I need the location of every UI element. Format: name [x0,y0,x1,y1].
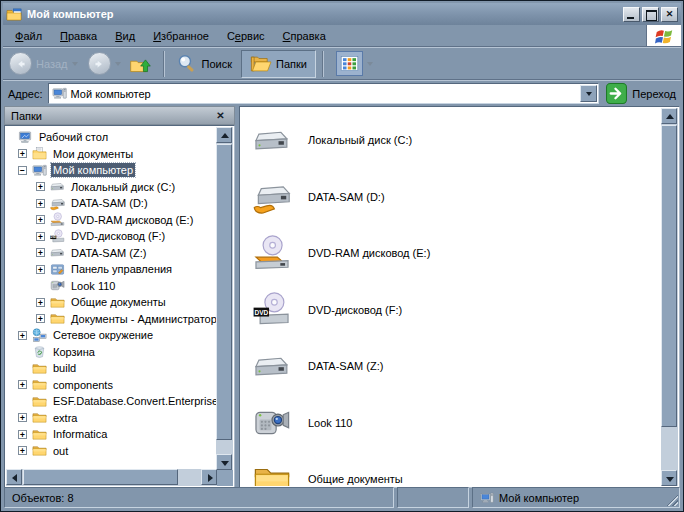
file-item[interactable]: DATA-SAM (Z:) [241,338,662,395]
content-vertical-scrollbar[interactable] [661,108,678,486]
forward-button[interactable] [88,52,111,75]
expand-toggle-icon[interactable]: + [18,413,27,422]
status-empty-section [397,487,469,508]
expand-toggle-icon[interactable]: + [36,199,45,208]
forward-dropdown-caret[interactable] [115,62,121,69]
tree-item-label: DATA-SAM (Z:) [69,246,148,260]
folders-pane-close-icon[interactable]: ✕ [213,108,228,123]
scroll-up-button[interactable] [661,108,677,124]
back-button[interactable] [9,52,32,75]
tree-horizontal-scrollbar[interactable] [6,469,217,486]
tree-item[interactable]: +Мои документы [6,146,217,163]
file-item[interactable]: Локальный диск (C:) [241,112,662,169]
close-button[interactable] [661,7,678,22]
tree-item[interactable]: build [6,360,217,377]
tree-item[interactable]: +Документы - Администратор [6,311,217,328]
file-item[interactable]: Look 110 [241,395,662,452]
file-item[interactable]: DVD-дисковод (F:) [241,282,662,339]
scrollbar-thumb[interactable] [661,125,677,427]
toolbar: Назад Поиск Папки [3,47,681,80]
network-icon [32,328,47,343]
maximize-button[interactable] [642,7,659,22]
expand-toggle-icon[interactable]: + [36,182,45,191]
menu-favorites[interactable]: Избранное [144,27,218,45]
tree-item-label: build [51,361,78,375]
title-bar[interactable]: Мой компьютер [3,3,681,25]
expand-toggle-icon[interactable]: + [36,248,45,257]
up-button[interactable] [125,51,157,77]
tree-item-label: Документы - Администратор [69,312,217,326]
tree-item[interactable]: Look 110 [6,278,217,295]
scrollbar-thumb[interactable] [216,144,232,440]
tree-item[interactable]: Рабочий стол [6,129,217,146]
folder-open-icon [250,53,272,75]
tree-item[interactable]: +Informatica [6,426,217,443]
folder-icon [32,427,47,442]
menu-file[interactable]: Файл [6,27,51,45]
tree-item[interactable]: Корзина [6,344,217,361]
address-combobox[interactable]: Мой компьютер [48,83,600,104]
folders-pane-header: Папки ✕ [4,106,235,125]
expand-toggle-icon[interactable]: + [18,149,27,158]
tree-item[interactable]: +Сетевое окружение [6,327,217,344]
collapse-toggle-icon[interactable]: − [18,166,27,175]
expand-toggle-icon[interactable]: + [18,446,27,455]
expand-toggle-icon[interactable]: + [36,265,45,274]
tree-item[interactable]: +Общие документы [6,294,217,311]
tree-item[interactable]: −Мой компьютер [6,162,217,179]
expand-toggle-icon[interactable]: + [36,232,45,241]
tree-item[interactable]: +out [6,443,217,460]
menu-view[interactable]: Вид [106,27,144,45]
tree-item-label: components [51,378,115,392]
tree-item[interactable]: ESF.Database.Convert.Enterprise.v5 [6,393,217,410]
tree-item[interactable]: +DVD-дисковод (F:) [6,228,217,245]
tree-item[interactable]: +DATA-SAM (Z:) [6,245,217,262]
hard-disk-icon [50,179,65,194]
resize-grip[interactable] [666,494,678,506]
expand-toggle-icon[interactable]: + [36,314,45,323]
menu-tools[interactable]: Сервис [218,27,274,45]
scroll-down-button[interactable] [216,454,232,470]
tree-item[interactable]: +Локальный диск (C:) [6,179,217,196]
file-list: Локальный диск (C:)DATA-SAM (D:)DVD-RAM … [241,108,662,486]
dvd-ram-drive-icon [252,234,292,272]
expand-toggle-icon[interactable]: + [18,380,27,389]
menu-help[interactable]: Справка [274,27,335,45]
expand-toggle-icon[interactable]: + [18,331,27,340]
search-button-label: Поиск [202,58,232,70]
scroll-up-button[interactable] [216,127,232,143]
status-object-count: Объектов: 8 [4,487,394,508]
file-item[interactable]: DVD-RAM дисковод (E:) [241,225,662,282]
go-button[interactable] [606,83,627,104]
folders-button[interactable]: Папки [241,50,316,78]
tree-vertical-scrollbar[interactable] [216,127,233,470]
views-dropdown-caret[interactable] [367,62,373,69]
tree-item-label: Сетевое окружение [51,328,155,342]
file-item[interactable]: Общие документы [241,451,662,486]
tree-item[interactable]: +DATA-SAM (D:) [6,195,217,212]
file-item[interactable]: DATA-SAM (D:) [241,169,662,226]
tree-item[interactable]: +DVD-RAM дисковод (E:) [6,212,217,229]
search-button[interactable]: Поиск [171,51,237,77]
menu-edit[interactable]: Правка [51,27,106,45]
expand-toggle-icon[interactable]: + [36,215,45,224]
tree-item-label: DATA-SAM (D:) [69,196,150,210]
scrollbar-thumb[interactable] [23,469,178,485]
views-button[interactable] [336,51,363,76]
tree-item[interactable]: +components [6,377,217,394]
views-grid-icon [340,54,359,73]
scroll-down-button[interactable] [661,470,677,486]
minimize-button[interactable] [623,7,640,22]
scroll-left-button[interactable] [6,469,22,485]
folder-icon [32,361,47,376]
back-dropdown-caret[interactable] [72,62,78,69]
expand-toggle-icon[interactable]: + [36,298,45,307]
tree-item[interactable]: +extra [6,410,217,427]
dvd-ram-drive-icon [50,212,65,227]
address-dropdown-button[interactable] [580,85,597,102]
tree-item[interactable]: +Панель управления [6,261,217,278]
scroll-right-button[interactable] [201,469,217,485]
expand-toggle-icon[interactable]: + [18,430,27,439]
search-icon [176,53,198,75]
tree-item-label: extra [51,411,79,425]
